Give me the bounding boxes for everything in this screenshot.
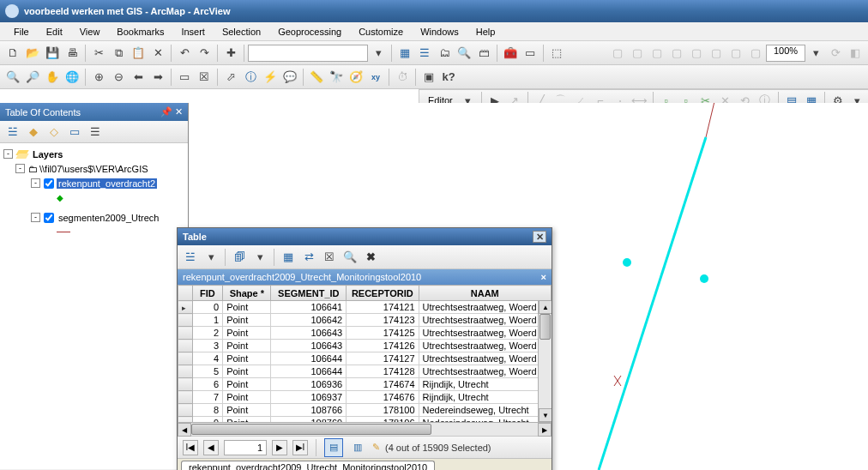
redo-icon[interactable]: ↷ (195, 44, 214, 63)
row-header[interactable] (178, 340, 193, 352)
zoom-selected-icon[interactable]: 🔍 (341, 248, 359, 267)
layout-fwd-icon[interactable]: ▢ (746, 44, 765, 63)
table-row[interactable]: 8 Point 108766 178100 Nedereindseweg, Ut… (178, 404, 552, 417)
close-tab-icon[interactable]: × (541, 272, 546, 282)
table-options-dropdown-icon[interactable]: ▾ (202, 248, 220, 267)
table-tab[interactable]: rekenpunt_overdracht2009_Utrecht_Monitor… (181, 461, 435, 470)
toc-pin-icon[interactable]: 📌 ✕ (160, 106, 183, 118)
clear-selection-icon[interactable]: ☒ (195, 68, 214, 87)
col-receptorid[interactable]: RECEPTORID (347, 286, 419, 301)
toc-icon[interactable]: ☰ (415, 44, 434, 63)
copy-icon[interactable]: ⧉ (109, 44, 128, 63)
refresh-icon[interactable]: ⟳ (826, 44, 845, 63)
vertical-scrollbar[interactable]: ▲ ▼ (538, 300, 552, 422)
prev-record-icon[interactable]: ◀ (203, 440, 219, 455)
tree-collapse-icon[interactable]: - (31, 178, 40, 188)
table-row[interactable]: 5 Point 106644 174128 Utrechtsestraatweg… (178, 365, 552, 378)
clear-selection-icon[interactable]: ☒ (320, 248, 339, 267)
tree-collapse-icon[interactable]: - (15, 164, 25, 173)
zoom-dropdown-icon[interactable]: ▾ (806, 44, 825, 63)
find-icon[interactable]: 🔭 (327, 68, 346, 87)
create-viewer-icon[interactable]: ▣ (419, 68, 438, 87)
layout-extent-icon[interactable]: ▢ (687, 44, 706, 63)
row-header[interactable] (178, 391, 193, 404)
time-slider-icon[interactable]: ⏱ (393, 68, 412, 87)
whats-this-icon[interactable]: k? (439, 68, 458, 87)
pause-icon[interactable]: ◧ (846, 44, 865, 63)
options-icon[interactable]: ☰ (86, 123, 105, 142)
col-naam[interactable]: NAAM (419, 286, 551, 301)
table-row[interactable]: 6 Point 106936 174674 Rijndijk, Utrecht (178, 378, 552, 391)
tree-root[interactable]: Layers (31, 149, 64, 160)
zoom-input[interactable]: 100% (766, 45, 805, 62)
scroll-thumb[interactable] (539, 314, 551, 340)
scroll-right-icon[interactable]: ▶ (538, 423, 552, 437)
layer-visibility-checkbox[interactable] (44, 213, 54, 223)
first-record-icon[interactable]: I◀ (183, 440, 198, 455)
paste-icon[interactable]: 📋 (129, 44, 148, 63)
pan-icon[interactable]: ✋ (43, 68, 62, 87)
table-row[interactable]: 3 Point 106643 174126 Utrechtsestraatweg… (178, 340, 552, 352)
layout-new-icon[interactable]: ▢ (608, 44, 627, 63)
save-icon[interactable]: 💾 (43, 44, 62, 63)
tree-collapse-icon[interactable]: - (31, 213, 40, 222)
menu-geoprocessing[interactable]: Geoprocessing (269, 25, 350, 39)
row-header[interactable] (178, 314, 193, 327)
table-row[interactable]: 2 Point 106643 174125 Utrechtsestraatweg… (178, 327, 552, 340)
menu-view[interactable]: View (71, 25, 109, 39)
fwd-extent-icon[interactable]: ➡ (148, 68, 167, 87)
scroll-thumb[interactable] (191, 424, 431, 435)
select-by-attributes-icon[interactable]: ▦ (279, 248, 298, 267)
scroll-left-icon[interactable]: ◀ (178, 423, 191, 437)
menu-insert[interactable]: Insert (172, 25, 214, 39)
menu-selection[interactable]: Selection (214, 25, 269, 39)
row-header[interactable] (178, 327, 193, 340)
menu-windows[interactable]: Windows (412, 25, 467, 39)
col-fid[interactable]: FID (192, 286, 222, 301)
related-tables-icon[interactable]: 🗐 (230, 248, 249, 267)
related-dropdown-icon[interactable]: ▾ (250, 248, 269, 267)
switch-selection-icon[interactable]: ⇄ (299, 248, 318, 267)
print-icon[interactable]: 🖶 (63, 44, 81, 63)
row-header[interactable] (178, 365, 193, 378)
menu-file[interactable]: File (5, 25, 38, 39)
editor-toolbar-icon[interactable]: ▦ (395, 44, 414, 63)
fixed-zoom-in-icon[interactable]: ⊕ (89, 68, 108, 87)
layout-zoom-in-icon[interactable]: ▢ (628, 44, 647, 63)
list-by-selection-icon[interactable]: ▭ (65, 123, 84, 142)
table-options-icon[interactable]: ☱ (181, 248, 200, 267)
scale-dropdown[interactable] (248, 45, 368, 62)
select-features-icon[interactable]: ▭ (175, 68, 194, 87)
dropdown-arrow-icon[interactable]: ▾ (369, 44, 388, 63)
last-record-icon[interactable]: ▶I (292, 440, 308, 455)
layout-pan-icon[interactable]: ▢ (667, 44, 686, 63)
show-selected-records-icon[interactable]: ▥ (348, 438, 367, 457)
layout-100-icon[interactable]: ▢ (707, 44, 726, 63)
layer-segmenten[interactable]: segmenten2009_Utrech (57, 213, 160, 223)
cut-icon[interactable]: ✂ (89, 44, 108, 63)
tree-datasource[interactable]: \\fil07\users$\VER\ArcGIS (38, 164, 150, 174)
measure-icon[interactable]: 📏 (307, 68, 326, 87)
goto-xy-icon[interactable]: xy (366, 68, 385, 87)
html-popup-icon[interactable]: 💬 (280, 68, 299, 87)
layer-visibility-checkbox[interactable] (44, 178, 54, 189)
horizontal-scrollbar[interactable]: ◀ ▶ (178, 422, 552, 436)
row-header-corner[interactable] (178, 286, 193, 301)
open-icon[interactable]: 📂 (23, 44, 42, 63)
catalog-icon[interactable]: 🗂 (435, 44, 454, 63)
layout-zoom-out-icon[interactable]: ▢ (648, 44, 666, 63)
row-header[interactable] (178, 378, 193, 391)
zoom-out-icon[interactable]: 🔎 (23, 68, 42, 87)
table-row[interactable]: 0 Point 106641 174121 Utrechtsestraatweg… (178, 301, 552, 314)
new-icon[interactable]: 🗋 (3, 44, 22, 63)
add-data-icon[interactable]: ✚ (221, 44, 240, 63)
menu-bookmarks[interactable]: Bookmarks (108, 25, 172, 39)
table-row[interactable]: 1 Point 106642 174123 Utrechtsestraatweg… (178, 314, 552, 327)
tree-collapse-icon[interactable]: - (3, 149, 13, 159)
find-route-icon[interactable]: 🧭 (347, 68, 365, 87)
list-by-visibility-icon[interactable]: ◇ (45, 123, 63, 142)
menu-edit[interactable]: Edit (38, 25, 71, 39)
record-number-input[interactable] (224, 440, 267, 455)
fixed-zoom-out-icon[interactable]: ⊖ (109, 68, 128, 87)
show-all-records-icon[interactable]: ▤ (324, 438, 343, 457)
